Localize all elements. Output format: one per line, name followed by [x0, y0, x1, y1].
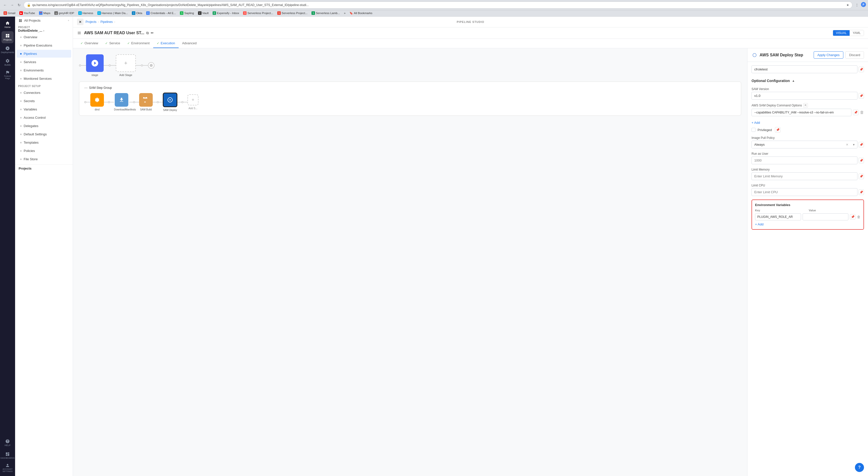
limit-memory-input[interactable]: [751, 172, 858, 180]
sidebar-item-monitored-services[interactable]: Monitored Services: [17, 75, 71, 83]
bookmark-sapling[interactable]: S Sapling: [178, 11, 195, 15]
sidebar-item-variables[interactable]: Variables: [17, 105, 71, 113]
bookmark-more[interactable]: »: [342, 11, 347, 15]
breadcrumb-pipelines[interactable]: Pipelines: [100, 20, 113, 24]
address-bar[interactable]: 🔒 qa.harness.io/ng/account/OgiB4-xETamKN…: [24, 1, 852, 8]
deploy-cmd-delete-icon[interactable]: 🗑: [860, 110, 864, 115]
sidebar-item-overview[interactable]: Overview: [17, 33, 71, 41]
bookmark-expensify[interactable]: E Expensify - Inbox: [211, 11, 241, 15]
sidebar-item-pipeline-executions[interactable]: Pipeline Executions: [17, 41, 71, 49]
run-as-user-input[interactable]: [751, 157, 858, 164]
role-pin-icon[interactable]: 📌: [859, 67, 864, 72]
add-stage-box[interactable]: +: [116, 54, 136, 72]
deploy-cmd-pin-icon[interactable]: 📌: [853, 110, 859, 115]
step-sam-build-box[interactable]: [139, 93, 153, 107]
forward-button[interactable]: →: [9, 2, 15, 8]
bookmark-serverless-lambda[interactable]: S Serverless Lamb...: [310, 11, 341, 15]
bookmark-serverless1[interactable]: S Serverless Project...: [242, 11, 275, 15]
extensions-button[interactable]: ⋮: [854, 2, 860, 8]
close-panel-button[interactable]: ✕: [77, 19, 84, 25]
nav-account-settings[interactable]: ACCOUNT SETTINGS: [1, 462, 13, 474]
sam-version-input[interactable]: [751, 92, 858, 100]
bookmark-credentials[interactable]: C Credentials - All E...: [145, 11, 177, 15]
tab-service[interactable]: ✓ Service: [102, 39, 124, 48]
sidebar-item-default-settings[interactable]: Default Settings: [17, 130, 71, 138]
privileged-checkbox[interactable]: [751, 128, 755, 132]
image-pull-policy-clear-icon[interactable]: ✕: [844, 143, 850, 147]
nav-deployments[interactable]: Deployments: [1, 44, 13, 56]
env-val-input[interactable]: [803, 213, 849, 220]
nav-dashboards[interactable]: DASHBOARDS: [1, 449, 13, 462]
tab-execution[interactable]: ✓ Execution: [153, 39, 179, 48]
sidebar-item-connectors[interactable]: Connectors: [17, 89, 71, 97]
sidebar-item-services[interactable]: Services: [17, 58, 71, 66]
bookmark-harness[interactable]: H Harness: [77, 11, 95, 15]
image-pull-policy-input[interactable]: [752, 141, 844, 148]
image-pull-policy-select[interactable]: ✕ ▼: [751, 140, 858, 149]
nav-projects[interactable]: Projects: [1, 31, 13, 43]
sidebar-item-environments[interactable]: Environments: [17, 66, 71, 74]
nav-feature-flags[interactable]: Feature Flags: [1, 69, 13, 81]
sam-group-minus-icon[interactable]: —: [84, 86, 88, 90]
tab-advanced[interactable]: Advanced: [179, 39, 200, 48]
env-add-link[interactable]: + Add: [755, 222, 764, 226]
sidebar-item-templates[interactable]: Templates: [17, 139, 71, 147]
bookmark-maps[interactable]: 📍 Maps: [37, 11, 52, 15]
sidebar-item-pipelines[interactable]: Pipelines: [17, 50, 71, 58]
deploy-cmd-input[interactable]: [751, 109, 851, 116]
deploy-cmd-expand-icon[interactable]: ⇱: [803, 103, 808, 108]
sidebar-item-policies[interactable]: Policies: [17, 147, 71, 155]
add-step-box[interactable]: +: [187, 94, 198, 105]
image-pull-policy-pin-icon[interactable]: 📌: [859, 142, 864, 148]
help-button[interactable]: ?: [855, 463, 864, 472]
bookmark-harness-main[interactable]: H Harness | Main Da...: [96, 11, 130, 15]
copy-icon[interactable]: ⧉: [146, 31, 149, 35]
yaml-view-button[interactable]: YAML: [849, 30, 864, 36]
tab-environment[interactable]: ✓ Environment: [124, 39, 153, 48]
nav-help[interactable]: HELP: [1, 437, 13, 449]
pipeline-canvas[interactable]: stage + Add Stage: [73, 48, 747, 476]
image-pull-policy-arrow-icon[interactable]: ▼: [850, 143, 857, 146]
privileged-pin-icon[interactable]: 📌: [775, 127, 780, 133]
limit-memory-pin-icon[interactable]: 📌: [859, 173, 864, 179]
bookmark-greyhr[interactable]: g greyHR IDP: [53, 11, 75, 15]
bottom-projects-section[interactable]: Projects: [15, 164, 73, 172]
sam-version-pin-icon[interactable]: 📌: [859, 93, 864, 99]
step-download-box[interactable]: [115, 93, 128, 107]
env-key-input[interactable]: [755, 213, 801, 220]
limit-cpu-input[interactable]: [751, 188, 858, 196]
bookmark-okta[interactable]: O Okta: [130, 11, 144, 15]
profile-button[interactable]: P: [861, 2, 866, 7]
sidebar-item-access-control[interactable]: Access Control: [17, 114, 71, 122]
sidebar-item-delegates[interactable]: Delegates: [17, 122, 71, 130]
bookmark-vault[interactable]: V Vault: [196, 11, 210, 15]
role-field-input[interactable]: [751, 65, 858, 73]
breadcrumb-projects[interactable]: Projects: [86, 20, 96, 24]
back-button[interactable]: ←: [2, 2, 8, 8]
add-cmd-option-link[interactable]: + Add: [751, 121, 760, 125]
limit-cpu-pin-icon[interactable]: 📌: [859, 189, 864, 195]
nav-home[interactable]: Home: [1, 19, 13, 31]
step-dind-box[interactable]: [90, 93, 104, 107]
bookmark-all[interactable]: 🔖 All Bookmarks: [348, 11, 374, 15]
bookmark-serverless2[interactable]: S Serverless Project...: [276, 11, 309, 15]
step-sam-deploy-box[interactable]: [163, 93, 177, 107]
all-projects-link[interactable]: All Projects +: [15, 17, 73, 24]
stage-box[interactable]: [86, 54, 104, 72]
optional-config-toggle[interactable]: Optional Configuration ▲: [751, 77, 864, 85]
bookmark-gmail[interactable]: G Gmail: [2, 11, 17, 15]
sidebar-item-file-store[interactable]: File Store: [17, 155, 71, 163]
tab-overview[interactable]: ✓ Overview: [77, 39, 102, 48]
env-pin-icon[interactable]: 📌: [850, 214, 856, 220]
env-delete-icon[interactable]: 🗑: [857, 215, 861, 219]
sidebar-item-secrets[interactable]: Secrets: [17, 97, 71, 105]
edit-pencil-icon[interactable]: ✏: [151, 31, 154, 35]
project-name[interactable]: DoNotDelete_... ›: [18, 29, 70, 32]
apply-changes-button[interactable]: Apply Changes: [814, 51, 843, 59]
visual-view-button[interactable]: VISUAL: [833, 30, 850, 36]
run-as-user-pin-icon[interactable]: 📌: [859, 158, 864, 163]
refresh-button[interactable]: ↻: [16, 2, 22, 8]
discard-button[interactable]: Discard: [845, 51, 864, 59]
bookmark-youtube[interactable]: ▶ YouTube: [18, 11, 36, 15]
nav-builds[interactable]: Builds: [1, 56, 13, 68]
